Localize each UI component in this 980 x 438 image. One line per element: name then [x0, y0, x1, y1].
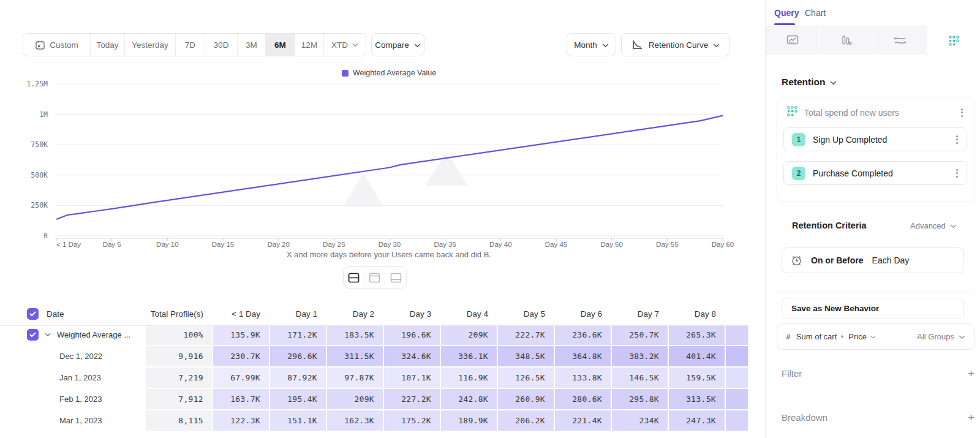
row-checkbox[interactable] — [27, 308, 39, 320]
retention-value-cell[interactable]: 236.6K — [555, 325, 611, 345]
retention-value-cell[interactable]: 67.99K — [213, 368, 269, 388]
retention-timing-row[interactable]: On or Before Each Day — [782, 247, 964, 273]
timing-operator: On or Before — [811, 255, 864, 265]
retention-value-cell[interactable]: 116.9K — [441, 368, 497, 388]
retention-value-cell[interactable]: 135.9K — [213, 325, 269, 345]
retention-value-cell[interactable]: 209K — [441, 325, 497, 345]
chart-type-button-flows[interactable] — [873, 26, 927, 55]
retention-value-cell[interactable]: 206.2K — [498, 410, 554, 431]
retention-value-cell[interactable]: 126.5K — [498, 368, 554, 388]
table-header-cell: Day 3 — [384, 303, 440, 324]
save-as-new-behavior-button[interactable]: Save as New Behavior — [782, 298, 964, 319]
behavior-menu-kebab-icon[interactable] — [959, 106, 965, 119]
retention-value-cell[interactable]: 183.5K — [327, 325, 383, 345]
retention-value-cell[interactable]: 163.7K — [213, 389, 269, 409]
all-groups-dropdown[interactable]: All Groups — [917, 332, 965, 341]
caret-right-icon — [840, 334, 845, 339]
y-axis-tick-label: 500K — [31, 171, 48, 179]
x-axis-tick-label: Day 50 — [600, 241, 622, 248]
retention-value-cell[interactable]: 122.3K — [213, 410, 269, 431]
layout-split-view-button[interactable] — [344, 267, 364, 288]
retention-value-cell[interactable]: 311.5K — [327, 346, 383, 366]
retention-value-cell[interactable]: 242.8K — [441, 389, 497, 409]
retention-value-cell[interactable]: 222.7K — [498, 325, 554, 345]
retention-value-cell[interactable]: 171.2K — [270, 325, 326, 345]
step-label: Purchase Completed — [813, 168, 946, 178]
retention-value-cell[interactable]: 383.2K — [612, 346, 668, 366]
retention-value-cell[interactable]: 87.92K — [270, 368, 326, 388]
retention-value-cell[interactable]: 97.87K — [327, 368, 383, 388]
behavior-step-1[interactable]: 1 Sign Up Completed — [783, 127, 967, 151]
retention-value-cell[interactable]: 107.1K — [384, 368, 440, 388]
retention-value-cell[interactable]: 227.2K — [384, 389, 440, 409]
chart-type-button-funnel-bars[interactable] — [820, 26, 873, 55]
retention-value-cell-clipped[interactable] — [726, 389, 748, 409]
retention-value-cell[interactable]: 313.5K — [669, 389, 725, 409]
column-label: Day 6 — [581, 309, 602, 319]
section-retention-header[interactable]: Retention — [782, 77, 837, 88]
retention-value-cell-clipped[interactable] — [726, 368, 748, 388]
weighted-average-line[interactable] — [56, 116, 723, 219]
retention-value-cell[interactable]: 162.3K — [327, 410, 383, 431]
retention-value-cell[interactable]: 175.2K — [384, 410, 440, 431]
retention-value-cell[interactable]: 280.6K — [555, 389, 611, 409]
layout-chart-view-button[interactable] — [364, 267, 385, 288]
row-label-cell[interactable]: Weighted Average ... — [0, 325, 145, 345]
retention-value-cell[interactable]: 195.4K — [270, 389, 326, 409]
layout-toggle-group — [343, 266, 407, 289]
retention-value-cell[interactable]: 209K — [327, 389, 383, 409]
chart-x-axis-caption: X and more days before your Users came b… — [55, 250, 723, 259]
table-header-cell: Day 2 — [327, 303, 383, 324]
add-filter-button[interactable]: + — [968, 368, 974, 379]
retention-value-cell[interactable]: 133.8K — [555, 368, 611, 388]
chevron-down-icon — [830, 77, 837, 88]
retention-value-cell[interactable]: 348.5K — [498, 346, 554, 366]
breakdown-label: Breakdown — [782, 412, 827, 423]
layout-table-view-button[interactable] — [385, 267, 406, 288]
measure-dropdown[interactable]: Sum of cart Price — [796, 332, 876, 341]
retention-value-cell[interactable]: 230.7K — [213, 346, 269, 366]
step-menu-kebab-icon[interactable] — [954, 167, 960, 180]
retention-value-cell[interactable]: 146.5K — [612, 368, 668, 388]
row-label: Dec 1, 2022 — [59, 352, 102, 361]
retention-value-cell[interactable]: 260.9K — [498, 389, 554, 409]
retention-value-cell[interactable]: 295.8K — [612, 389, 668, 409]
retention-value-cell[interactable]: 189.9K — [441, 410, 497, 431]
retention-grid-icon — [786, 105, 798, 117]
retention-value-cell[interactable]: 250.7K — [612, 325, 668, 345]
column-label: Date — [47, 309, 64, 319]
step-number-badge: 2 — [792, 167, 805, 180]
row-checkbox[interactable] — [27, 329, 39, 341]
step-menu-kebab-icon[interactable] — [954, 133, 960, 146]
retention-value-cell-clipped[interactable] — [726, 325, 748, 345]
x-axis-tick-label: Day 60 — [712, 241, 734, 248]
retention-value-cell-clipped[interactable] — [726, 346, 748, 366]
retention-value-cell[interactable]: 265.3K — [669, 325, 725, 345]
y-axis-tick-label: 1.25M — [26, 80, 48, 88]
retention-value-cell[interactable]: 401.4K — [669, 346, 725, 366]
retention-value-cell[interactable]: 247.3K — [669, 410, 725, 431]
tab-chart[interactable]: Chart — [805, 8, 826, 18]
measure-label: Sum of cart — [796, 332, 837, 341]
retention-value-cell-clipped[interactable] — [726, 410, 748, 431]
retention-value-cell[interactable]: 151.1K — [270, 410, 326, 431]
retention-value-cell[interactable]: 364.8K — [555, 346, 611, 366]
retention-value-cell[interactable]: 234K — [612, 410, 668, 431]
tab-query[interactable]: Query — [774, 8, 799, 18]
column-label: Day 2 — [353, 309, 374, 319]
chart-type-button-retention-grid[interactable] — [927, 26, 980, 55]
retention-grid-icon — [786, 105, 798, 119]
advanced-dropdown[interactable]: Advanced — [910, 221, 957, 230]
retention-value-cell[interactable]: 196.6K — [384, 325, 440, 345]
chart-type-button-insights-chart[interactable] — [766, 26, 819, 55]
total-profiles-cell: 7,219 — [146, 368, 212, 388]
x-axis-tick-label: Day 35 — [434, 241, 456, 248]
x-axis-tick-label: Day 25 — [323, 241, 345, 248]
add-breakdown-button[interactable]: + — [968, 412, 974, 423]
retention-value-cell[interactable]: 159.5K — [669, 368, 725, 388]
retention-value-cell[interactable]: 336.1K — [441, 346, 497, 366]
retention-value-cell[interactable]: 221.4K — [555, 410, 611, 431]
retention-value-cell[interactable]: 296.6K — [270, 346, 326, 366]
behavior-step-2[interactable]: 2 Purchase Completed — [783, 161, 967, 185]
retention-value-cell[interactable]: 324.6K — [384, 346, 440, 366]
